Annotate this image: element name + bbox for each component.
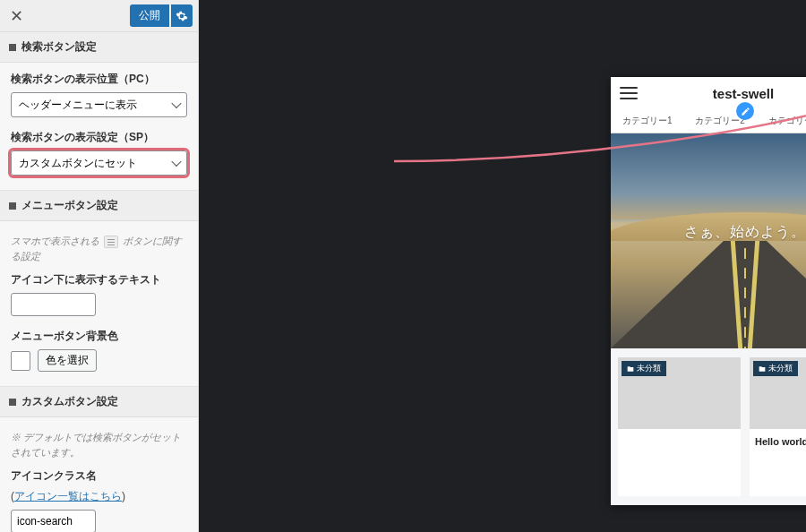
mobile-header: test-swell <box>611 77 806 109</box>
field-label-menu-bgcolor: メニューボタン背景色 <box>11 329 187 344</box>
post-grid: 未分類 未分類 Hello world! <box>611 348 806 505</box>
gear-icon <box>176 10 188 22</box>
menu-note: スマホで表示される ボタンに関する設定 <box>11 234 187 263</box>
section-body-menu: スマホで表示される ボタンに関する設定 アイコン下に表示するテキスト メニューボ… <box>0 221 198 387</box>
section-header-menu: メニューボタン設定 <box>0 191 198 221</box>
post-thumbnail: 未分類 <box>618 357 741 429</box>
post-title <box>618 429 741 463</box>
section-header-search: 検索ボタン設定 <box>0 32 198 63</box>
mobile-preview: test-swell カテゴリー1 カテゴリー2 カテゴリー3 未分類 さぁ、始… <box>611 77 806 505</box>
field-label-pc: 検索ボタンの表示位置（PC） <box>11 72 187 87</box>
category-tab[interactable]: カテゴリー3 <box>768 115 806 127</box>
section-header-custom: カスタムボタン設定 <box>0 387 198 417</box>
select-pc-position[interactable]: ヘッダーメニューに表示 <box>11 92 187 117</box>
field-label-sp: 検索ボタンの表示設定（SP） <box>11 130 187 145</box>
pencil-icon <box>741 107 750 116</box>
panel-top-actions: 公開 <box>130 4 198 27</box>
icon-class-input[interactable] <box>11 510 96 532</box>
edit-badge[interactable] <box>736 102 754 120</box>
post-card[interactable]: 未分類 Hello world! <box>750 357 806 496</box>
section-body-custom: ※ デフォルトでは検索ボタンがセットされています。 アイコンクラス名 (アイコン… <box>0 417 198 532</box>
post-title: Hello world! <box>750 429 806 463</box>
customizer-panel: ✕ 公開 検索ボタン設定 検索ボタンの表示位置（PC） ヘッダーメニューに表示 … <box>0 0 199 532</box>
post-category-tag[interactable]: 未分類 <box>622 361 666 376</box>
section-title: 検索ボタン設定 <box>21 39 97 55</box>
post-category-tag[interactable]: 未分類 <box>753 361 798 376</box>
section-title: メニューボタン設定 <box>21 198 118 213</box>
hamburger-button[interactable] <box>620 87 638 99</box>
menu-icon-text-input[interactable] <box>11 293 96 316</box>
field-label-menu-icon-text: アイコン下に表示するテキスト <box>11 272 187 287</box>
select-pc-position-wrap: ヘッダーメニューに表示 <box>11 92 187 117</box>
preview-area: test-swell カテゴリー1 カテゴリー2 カテゴリー3 未分類 さぁ、始… <box>199 0 806 532</box>
select-sp-setting[interactable]: カスタムボタンにセット <box>11 150 187 176</box>
publish-settings-button[interactable] <box>171 4 193 27</box>
color-pick-button[interactable]: 色を選択 <box>38 349 97 372</box>
panel-topbar: ✕ 公開 <box>0 0 198 32</box>
custom-note: ※ デフォルトでは検索ボタンがセットされています。 <box>11 430 187 459</box>
post-card[interactable]: 未分類 <box>618 357 741 496</box>
publish-button[interactable]: 公開 <box>130 4 169 27</box>
section-body-search: 検索ボタンの表示位置（PC） ヘッダーメニューに表示 検索ボタンの表示設定（SP… <box>0 63 198 191</box>
hero-decoration <box>611 241 806 348</box>
hero-text: さぁ、始めよう。 <box>611 223 806 242</box>
hamburger-icon <box>104 236 118 248</box>
site-title[interactable]: test-swell <box>713 86 774 101</box>
category-tab[interactable]: カテゴリー1 <box>622 115 673 127</box>
post-thumbnail: 未分類 <box>750 357 806 429</box>
folder-icon <box>627 365 634 373</box>
category-nav: カテゴリー1 カテゴリー2 カテゴリー3 未分類 <box>611 109 806 133</box>
folder-icon <box>759 365 766 373</box>
close-panel-button[interactable]: ✕ <box>0 0 32 32</box>
icon-list-link[interactable]: アイコン一覧はこちら <box>14 490 122 502</box>
hero-image: さぁ、始めよう。 <box>611 133 806 348</box>
field-label-icon-class: アイコンクラス名 <box>11 468 187 484</box>
select-sp-setting-wrap: カスタムボタンにセット <box>11 150 187 176</box>
section-title: カスタムボタン設定 <box>21 394 118 409</box>
color-picker-row: 色を選択 <box>11 349 187 372</box>
color-swatch[interactable] <box>11 351 30 371</box>
